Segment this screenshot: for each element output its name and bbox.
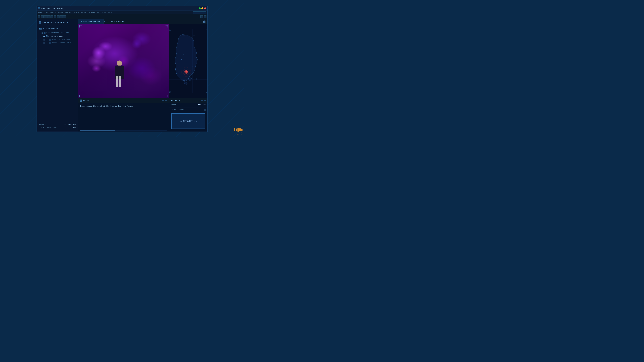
folder-icon-vip [40,28,42,29]
menu-window[interactable]: Window [89,12,94,13]
wm-text-2: GUIDES [237,134,242,135]
corner-tr [166,25,168,27]
status-value: PENDING [198,104,206,106]
window-title: CONTRACT DATABASE [42,7,63,9]
menu-search[interactable]: Search [50,12,56,13]
brief-text: Investigate the lead at the Puerto Del S… [78,103,169,110]
tree-item-south-central[interactable]: SOUTH CENTRAL LEAK [39,41,76,45]
toolbar [37,14,208,19]
tb-copy-icon[interactable] [47,15,50,18]
section-title: SECURITY CONTRACTS [42,22,68,24]
status-label: STATUS [171,104,178,106]
brief-spacer [78,110,169,130]
lock-icon-tab [204,20,206,23]
tb-open-icon[interactable] [41,15,44,18]
main-panel: THE NIGHTCLUB THE MARINA [78,19,208,132]
menu-locate[interactable]: Locate [73,12,79,13]
menu-system[interactable]: System [65,12,71,13]
copies-value: 0/3 [73,127,76,129]
brief-panel: BRIEF Investigate the lead at the Puerto… [78,98,169,132]
start-icon-right [194,121,197,121]
particle-effect-right [132,39,142,49]
tb-home-icon[interactable] [63,15,66,18]
payment-label: PAYMENT [39,124,47,126]
svg-point-21 [183,54,184,55]
wm-logo [234,128,242,132]
investigated-label: INVESTIGATED [171,109,185,111]
tb-undo-icon[interactable] [54,15,56,18]
menu-tools[interactable]: Tools [58,12,63,13]
tb-refresh-icon[interactable] [60,15,63,18]
tb-redo-icon[interactable] [57,15,60,18]
nightclub-image [78,24,169,98]
vip-label: VIP CONTRACT [43,28,58,29]
details-title: DETAILS [171,99,180,101]
close-button[interactable] [204,7,206,9]
window-controls [199,7,206,9]
menu-set[interactable]: Set [97,12,100,13]
folder-icon [39,21,41,24]
brief-header: BRIEF [78,98,169,103]
corner-br [166,95,168,97]
tree-node-nightlife [44,36,45,37]
person-leg-right [118,76,121,87]
details-header: DETAILS [169,98,208,103]
tb-new-icon[interactable] [38,15,40,18]
start-icon-left [180,121,182,121]
person-head [117,60,122,66]
start-button[interactable]: START [172,113,205,129]
svg-point-19 [184,69,184,70]
tree-node [42,32,43,34]
menu-search-box[interactable] [193,11,206,14]
title-bar: CONTRACT DATABASE [37,6,208,11]
map-display [169,24,208,98]
minimize-button[interactable] [202,7,204,9]
brief-scrollbar[interactable] [80,130,167,131]
investigated-checkbox[interactable] [204,109,206,111]
dot-2 [181,121,182,121]
svg-point-18 [189,62,189,63]
nightlife-label: NIGHTLIFE LEAK [48,35,64,37]
svg-point-17 [181,59,182,60]
wm-text-1: GAMER [238,132,242,134]
menu-help[interactable]: Help [108,12,112,13]
person-figure [113,60,126,91]
sidebar-item-vip[interactable]: VIP CONTRACT [39,27,76,30]
tb-minimize-icon[interactable] [200,15,203,18]
dot-4 [196,121,197,121]
tb-paste-icon[interactable] [50,15,53,18]
details-panel: DETAILS STATUS PENDING INVESTIGATED [169,98,208,132]
tab-nightclub-label: THE NIGHTCLUB [83,20,100,22]
tb-save-icon[interactable] [44,15,47,18]
wm-bar-3 [238,128,239,132]
menu-file[interactable]: File [38,12,42,13]
status-row: STATUS PENDING [169,103,208,107]
doc-icon-high-society [50,39,51,41]
menu-edit[interactable]: Edit [44,12,48,13]
copies-label: COPIES RECOVERED [39,127,57,129]
tab-marina[interactable]: THE MARINA [106,19,127,24]
details-icon-2 [204,100,206,101]
map-svg [169,24,208,98]
brief-icon-2 [165,100,167,101]
payment-value: $1,000,000 [64,124,76,126]
wm-bar-4 [239,128,241,131]
dot-1 [180,121,180,121]
brief-doc-icon [80,99,82,102]
start-button-container: START [169,112,208,132]
maximize-button[interactable] [199,7,201,9]
details-icon-1 [201,100,203,101]
menu-view[interactable]: View [102,12,106,13]
tab-nightclub[interactable]: THE NIGHTCLUB [78,19,104,24]
particle-effect-left [92,46,105,60]
main-window: CONTRACT DATABASE File Edit Search Tools… [36,6,208,132]
menu-format[interactable]: Format [81,12,87,13]
section-header: SECURITY CONTRACTS [39,21,76,24]
payment-row: PAYMENT $1,000,000 [39,124,76,126]
window-icon [38,7,40,9]
tb-maximize-icon[interactable] [204,15,206,18]
wm-bar-2 [236,129,237,131]
tree-item-nightlife[interactable]: NIGHTLIFE LEAK [39,35,76,38]
tree-item-contract-dre[interactable]: THE CONTRACT: DR. DRE [39,31,76,35]
tree-item-high-society[interactable]: HIGH SOCIETY LEAK [39,38,76,41]
